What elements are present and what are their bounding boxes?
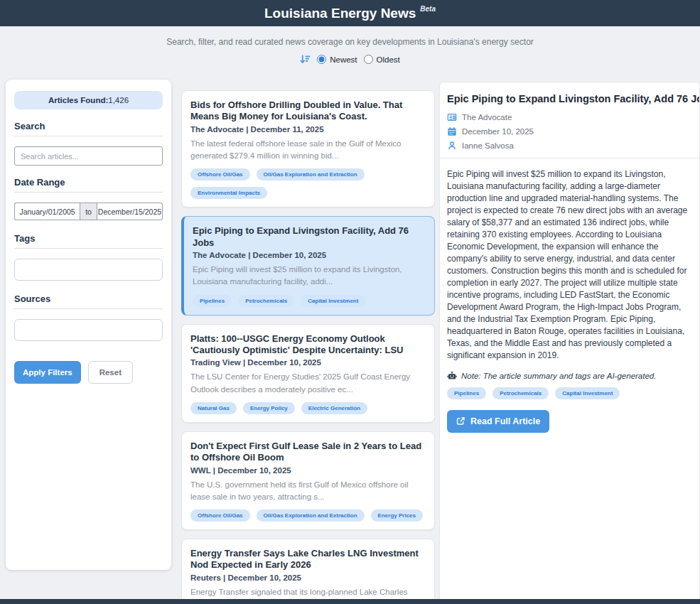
- tag-pill: Capital Investment: [301, 295, 365, 307]
- sort-newest-radio[interactable]: [317, 55, 326, 64]
- sort-oldest-option[interactable]: Oldest: [364, 55, 400, 64]
- tag-pill: Energy Prices: [371, 509, 423, 522]
- article-list[interactable]: Bids for Offshore Drilling Doubled in Va…: [181, 90, 435, 604]
- articles-found-badge: Articles Found:1,426: [14, 91, 163, 109]
- article-title: Bids for Offshore Drilling Doubled in Va…: [190, 99, 426, 123]
- detail-source-line: The Advocate: [447, 112, 689, 122]
- tag-pill: Environmental Impacts: [190, 187, 267, 199]
- articles-found-value: 1,426: [108, 96, 129, 104]
- app-subtitle: Search, filter, and read curated news co…: [0, 37, 700, 47]
- app-title: Louisiana Energy News: [264, 6, 416, 21]
- apply-filters-button[interactable]: Apply Filters: [14, 361, 81, 384]
- tag-pill: Pipelines: [447, 387, 486, 399]
- articles-found-label: Articles Found:: [48, 96, 108, 104]
- page: Louisiana Energy News Beta Search, filte…: [0, 0, 700, 604]
- sources-input[interactable]: [14, 319, 163, 341]
- article-excerpt: The latest federal offshore lease sale i…: [190, 138, 426, 163]
- read-full-article-button[interactable]: Read Full Article: [447, 410, 549, 433]
- tag-pill: Oil/Gas Exploration and Extraction: [257, 168, 365, 180]
- detail-body: Epic Piping will invest $25 million to e…: [447, 168, 689, 362]
- external-link-icon: [456, 416, 465, 426]
- article-excerpt: The U.S. government held its first Gulf …: [190, 479, 426, 504]
- article-tags: Offshore Oil/GasOil/Gas Exploration and …: [190, 168, 426, 199]
- tag-pill: Pipelines: [193, 295, 232, 307]
- tags-heading: Tags: [14, 233, 163, 244]
- divider: [14, 248, 163, 249]
- article-detail-panel: Epic Piping to Expand Livingston Facilit…: [439, 82, 700, 599]
- tag-pill: Electric Generation: [301, 402, 367, 414]
- divider: [440, 158, 699, 158]
- sort-descending-icon: [300, 54, 311, 65]
- article-tags: Offshore Oil/GasOil/Gas Exploration and …: [190, 509, 426, 522]
- detail-date-line: December 10, 2025: [447, 126, 689, 136]
- robot-icon: [447, 371, 457, 381]
- tag-pill: Oil/Gas Exploration and Extraction: [257, 509, 365, 522]
- tag-pill: Petrochemicals: [492, 387, 549, 399]
- beta-badge: Beta: [420, 5, 436, 13]
- detail-source: The Advocate: [462, 113, 512, 122]
- article-meta: Reuters | December 10, 2025: [190, 573, 426, 582]
- article-title: Epic Piping to Expand Livingston Facilit…: [193, 225, 426, 249]
- sources-heading: Sources: [14, 293, 163, 304]
- article-card[interactable]: Platts: 100--USGC Energy Economy Outlook…: [181, 324, 435, 423]
- sort-controls: Newest Oldest: [0, 54, 700, 65]
- article-meta: The Advocate | December 11, 2025: [190, 125, 426, 134]
- article-tags: Natural GasEnergy PolicyElectric Generat…: [190, 402, 426, 414]
- bottom-bar: [0, 599, 700, 604]
- tag-pill: Natural Gas: [190, 402, 237, 414]
- sort-newest-label: Newest: [330, 55, 357, 64]
- detail-title: Epic Piping to Expand Livingston Facilit…: [447, 93, 689, 104]
- tags-input[interactable]: [14, 259, 163, 281]
- person-icon: [447, 141, 457, 151]
- read-full-article-label: Read Full Article: [470, 416, 540, 426]
- search-heading: Search: [14, 121, 163, 131]
- date-to-input[interactable]: [97, 203, 163, 220]
- tag-pill: Energy Policy: [243, 402, 295, 414]
- detail-author-line: Ianne Salvosa: [447, 141, 689, 151]
- article-meta: WWL | December 10, 2025: [190, 466, 426, 475]
- article-excerpt: The LSU Center for Energy Studies' 2025 …: [190, 371, 426, 396]
- article-title: Don't Expect First Gulf Lease Sale in 2 …: [190, 441, 426, 464]
- article-card[interactable]: Energy Transfer Says Lake Charles LNG In…: [181, 539, 435, 604]
- calendar-icon: [447, 126, 457, 136]
- article-meta: The Advocate | December 10, 2025: [193, 251, 426, 259]
- detail-date: December 10, 2025: [462, 127, 534, 136]
- article-meta: Trading View | December 10, 2025: [190, 358, 426, 367]
- ai-note-text: Note: The article summary and tags are A…: [461, 372, 656, 380]
- article-card[interactable]: Epic Piping to Expand Livingston Facilit…: [181, 216, 435, 315]
- detail-tags: PipelinesPetrochemicalsCapital Investmen…: [447, 387, 689, 399]
- divider: [14, 192, 163, 193]
- divider: [14, 308, 163, 309]
- date-to-label: to: [80, 203, 97, 220]
- filter-sidebar: Articles Found:1,426 Search Date Range t…: [6, 80, 171, 570]
- article-card[interactable]: Bids for Offshore Drilling Doubled in Va…: [181, 90, 435, 207]
- newspaper-icon: [447, 112, 457, 122]
- tag-pill: Petrochemicals: [238, 295, 294, 307]
- date-range-heading: Date Range: [14, 177, 163, 188]
- date-range-row: to: [14, 203, 163, 220]
- tag-pill: Offshore Oil/Gas: [190, 509, 250, 522]
- tag-pill: Capital Investment: [555, 387, 620, 399]
- article-title: Platts: 100--USGC Energy Economy Outlook…: [190, 333, 426, 357]
- article-card[interactable]: Don't Expect First Gulf Lease Sale in 2 …: [181, 431, 435, 530]
- tag-pill: Offshore Oil/Gas: [190, 168, 250, 180]
- ai-note: Note: The article summary and tags are A…: [447, 371, 689, 381]
- filter-buttons: Apply Filters Reset: [14, 361, 163, 384]
- article-excerpt: Epic Piping will invest $25 million to e…: [193, 264, 426, 288]
- article-title: Energy Transfer Says Lake Charles LNG In…: [190, 548, 426, 571]
- sort-oldest-label: Oldest: [377, 55, 400, 64]
- reset-button[interactable]: Reset: [88, 361, 133, 384]
- article-tags: PipelinesPetrochemicalsCapital Investmen…: [193, 295, 426, 307]
- sort-oldest-radio[interactable]: [364, 55, 373, 64]
- date-from-input[interactable]: [14, 203, 80, 220]
- detail-author: Ianne Salvosa: [462, 141, 514, 150]
- search-input[interactable]: [14, 146, 163, 166]
- sort-newest-option[interactable]: Newest: [317, 55, 357, 64]
- app-header: Louisiana Energy News Beta: [0, 0, 700, 26]
- divider: [14, 136, 163, 136]
